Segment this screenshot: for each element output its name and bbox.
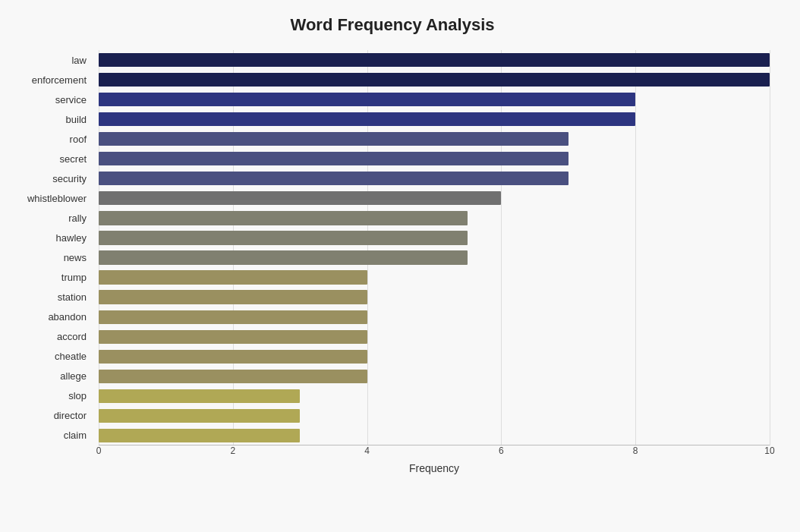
x-tick-4: 4 xyxy=(364,445,370,456)
bar-law xyxy=(99,53,770,67)
y-label-station: station xyxy=(15,288,93,307)
y-label-roof: roof xyxy=(15,129,93,149)
bar-row-abandon xyxy=(99,307,770,327)
y-label-abandon: abandon xyxy=(15,307,93,327)
bar-row-whistleblower xyxy=(99,188,770,208)
bar-row-law xyxy=(99,50,770,70)
y-axis: lawenforcementservicebuildroofsecretsecu… xyxy=(15,50,99,445)
bar-hawley xyxy=(99,231,468,244)
bar-row-station xyxy=(99,288,770,307)
x-axis: 0246810 Frequency xyxy=(99,445,770,476)
bar-service xyxy=(99,93,635,106)
bar-director xyxy=(99,409,300,423)
y-label-secret: secret xyxy=(15,149,93,168)
bar-station xyxy=(99,290,367,304)
bar-row-slop xyxy=(99,386,770,406)
bar-row-build xyxy=(99,109,770,129)
bar-row-news xyxy=(99,247,770,267)
bar-rally xyxy=(99,211,468,225)
x-tick-2: 2 xyxy=(230,445,235,456)
bar-security xyxy=(99,172,569,185)
bar-row-secret xyxy=(99,149,770,168)
y-label-service: service xyxy=(15,90,93,109)
y-label-security: security xyxy=(15,168,93,188)
bar-row-director xyxy=(99,406,770,426)
y-label-law: law xyxy=(15,50,93,70)
bar-news xyxy=(99,250,468,264)
bar-row-enforcement xyxy=(99,70,770,90)
bar-trump xyxy=(99,270,367,284)
bar-slop xyxy=(99,389,300,403)
bar-row-accord xyxy=(99,327,770,347)
bar-row-security xyxy=(99,168,770,188)
y-label-slop: slop xyxy=(15,386,93,406)
y-label-enforcement: enforcement xyxy=(15,70,93,90)
y-label-accord: accord xyxy=(15,327,93,347)
y-label-rally: rally xyxy=(15,208,93,228)
y-label-whistleblower: whistleblower xyxy=(15,188,93,208)
bar-row-roof xyxy=(99,129,770,149)
x-tick-6: 6 xyxy=(499,445,504,456)
chart-title: Word Frequency Analysis xyxy=(15,15,770,35)
bars-area xyxy=(99,50,770,445)
bar-abandon xyxy=(99,310,367,324)
bar-cheatle xyxy=(99,350,367,364)
bar-row-cheatle xyxy=(99,347,770,367)
bar-row-claim xyxy=(99,426,770,445)
y-label-director: director xyxy=(15,406,93,426)
x-tick-0: 0 xyxy=(96,445,102,456)
chart-container: Word Frequency Analysis lawenforcementse… xyxy=(0,0,800,532)
y-label-trump: trump xyxy=(15,268,93,288)
y-label-cheatle: cheatle xyxy=(15,347,93,367)
bar-row-hawley xyxy=(99,228,770,247)
grid-line-10 xyxy=(770,50,770,445)
bar-enforcement xyxy=(99,73,770,87)
y-label-build: build xyxy=(15,109,93,129)
y-label-allege: allege xyxy=(15,367,93,386)
bar-claim xyxy=(99,429,300,442)
x-tick-10: 10 xyxy=(764,445,774,456)
bar-row-allege xyxy=(99,367,770,386)
y-label-news: news xyxy=(15,247,93,267)
bar-row-service xyxy=(99,90,770,109)
bar-roof xyxy=(99,132,569,146)
bar-allege xyxy=(99,370,367,383)
bar-accord xyxy=(99,330,367,344)
bar-row-rally xyxy=(99,208,770,228)
bar-build xyxy=(99,112,635,126)
bar-whistleblower xyxy=(99,191,501,205)
x-tick-8: 8 xyxy=(633,445,638,456)
y-label-hawley: hawley xyxy=(15,228,93,247)
y-label-claim: claim xyxy=(15,426,93,445)
bar-row-trump xyxy=(99,268,770,288)
bar-secret xyxy=(99,152,569,165)
x-axis-label: Frequency xyxy=(99,462,770,474)
